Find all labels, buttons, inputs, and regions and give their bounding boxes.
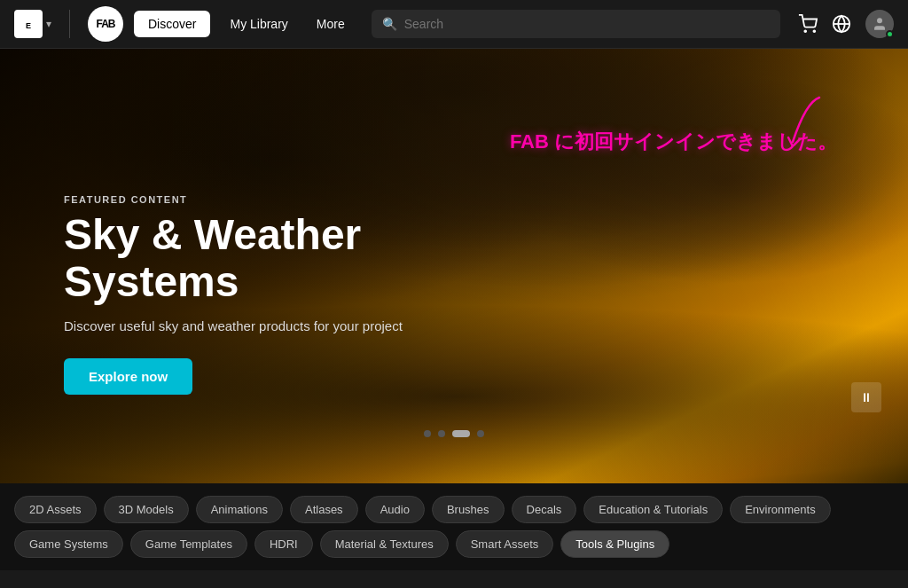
category-pill-tools-&-plugins[interactable]: Tools & Plugins (560, 530, 669, 558)
search-input[interactable] (404, 17, 770, 31)
hero-dot-0[interactable] (424, 430, 431, 437)
category-pill-game-systems[interactable]: Game Systems (14, 530, 123, 558)
nav-actions (798, 10, 894, 38)
category-pill-environments[interactable]: Environments (730, 496, 830, 523)
category-pill-atlases[interactable]: Atlases (290, 496, 358, 523)
category-pill-2d-assets[interactable]: 2D Assets (14, 496, 97, 523)
category-pill-3d-models[interactable]: 3D Models (104, 496, 189, 523)
hero-dot-2[interactable] (452, 430, 470, 437)
more-button[interactable]: More (308, 11, 354, 37)
my-library-button[interactable]: My Library (221, 11, 296, 37)
svg-point-3 (813, 30, 815, 32)
epic-icon: E (14, 10, 43, 38)
category-pill-animations[interactable]: Animations (196, 496, 283, 523)
category-pill-decals[interactable]: Decals (512, 496, 577, 523)
epic-games-logo[interactable]: E ▾ (14, 10, 51, 38)
category-pill-brushes[interactable]: Brushes (432, 496, 505, 523)
category-pill-hdri[interactable]: HDRI (254, 530, 313, 558)
search-bar[interactable]: 🔍 (372, 10, 780, 38)
hero-dot-3[interactable] (477, 430, 484, 437)
online-indicator (886, 30, 894, 38)
hero-description: Discover useful sky and weather products… (64, 318, 525, 333)
categories-bar: 2D Assets3D ModelsAnimationsAtlasesAudio… (0, 483, 908, 570)
pause-icon: ⏸ (860, 390, 873, 404)
pause-button[interactable]: ⏸ (851, 382, 881, 412)
hero-content: FEATURED CONTENT Sky & Weather Systems D… (64, 194, 525, 395)
svg-point-6 (877, 18, 882, 23)
explore-button[interactable]: Explore now (64, 358, 192, 395)
globe-button[interactable] (832, 14, 851, 34)
svg-text:E: E (26, 21, 31, 30)
hero-dot-1[interactable] (438, 430, 445, 437)
category-pill-game-templates[interactable]: Game Templates (130, 530, 247, 558)
cart-button[interactable] (798, 14, 818, 34)
category-pill-material-&-textures[interactable]: Material & Textures (320, 530, 449, 558)
search-icon: 🔍 (382, 17, 397, 31)
discover-button[interactable]: Discover (134, 11, 210, 37)
category-pill-smart-assets[interactable]: Smart Assets (456, 530, 554, 558)
hero-title: Sky & Weather Systems (64, 212, 525, 306)
hero-dots (424, 430, 484, 437)
nav-divider (69, 10, 70, 38)
fab-logo[interactable]: FAB (88, 6, 123, 42)
fab-logo-text: FAB (97, 18, 115, 30)
featured-label: FEATURED CONTENT (64, 194, 525, 205)
avatar[interactable] (865, 10, 894, 38)
category-pill-education-&-tutorials[interactable]: Education & Tutorials (583, 496, 723, 523)
navbar: E ▾ FAB Discover My Library More 🔍 (0, 0, 908, 49)
hero-section: FAB に初回サインインできました。 FEATURED CONTENT Sky … (0, 49, 908, 483)
epic-chevron-icon: ▾ (46, 18, 51, 30)
category-pill-audio[interactable]: Audio (365, 496, 425, 523)
svg-point-2 (804, 30, 806, 32)
